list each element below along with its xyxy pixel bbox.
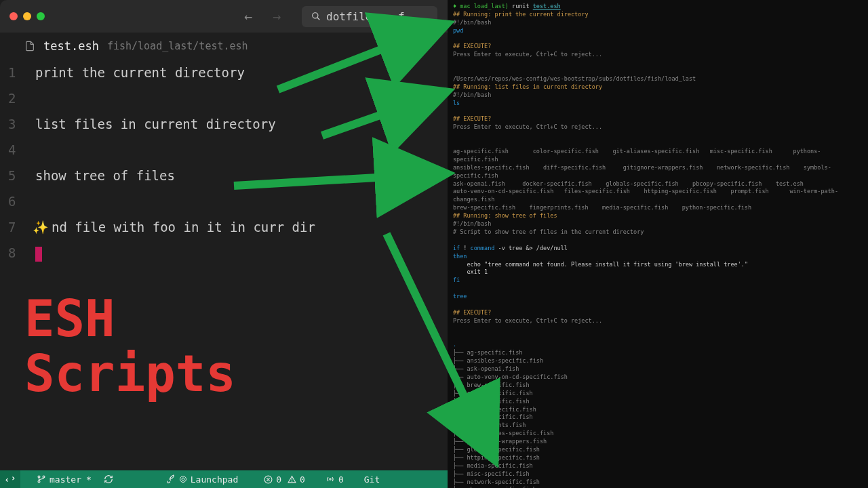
svg-point-12 [330, 479, 331, 480]
git-branch[interactable]: master * [37, 474, 92, 485]
terminal-line: ├── git-aliases-specific.fish [453, 430, 863, 438]
tab-path: fish/load_last/test.esh [107, 40, 248, 52]
svg-line-1 [317, 18, 320, 20]
terminal-line: ├── httping-specific.fish [453, 454, 863, 462]
remote-indicator[interactable] [0, 470, 20, 488]
sync-icon [104, 474, 113, 484]
terminal-line [453, 285, 863, 293]
port-count: 0 [338, 474, 344, 485]
code-editor[interactable]: 1print the current directory23list files… [0, 60, 448, 470]
terminal-line: #!/bin/bash [453, 19, 863, 27]
nav-forward-icon[interactable]: → [273, 8, 281, 24]
terminal-line: ## Running: list files in current direct… [453, 83, 863, 92]
maximize-icon[interactable] [37, 12, 45, 20]
svg-point-3 [38, 481, 40, 483]
svg-point-2 [38, 476, 40, 478]
code-line[interactable]: 6 [8, 188, 448, 214]
code-text: list files in current directory [35, 111, 276, 137]
terminal-line: . [453, 341, 863, 349]
error-icon [264, 475, 273, 484]
warning-icon [288, 475, 296, 484]
terminal-line: ├── auto-venv-on-cd-specific.fish [453, 373, 863, 382]
svg-point-0 [313, 13, 318, 18]
terminal-line [453, 59, 863, 67]
terminal-line: Press Enter to execute, Ctrl+C to reject… [453, 317, 863, 325]
terminal-line: fi [453, 277, 863, 285]
status-bar: master * Launchpad 0 0 0 Git [0, 470, 448, 488]
error-count: 0 [276, 474, 281, 485]
terminal-line: ## Running: show tree of files [453, 212, 863, 220]
line-number: 5 [8, 163, 35, 188]
nav-back-icon[interactable]: ← [244, 8, 252, 24]
terminal-line: ├── ansibles-specific.fish [453, 357, 863, 365]
terminal-line: ├── ag-specific.fish [453, 349, 863, 357]
terminal-line: ## Running: print the current directory [453, 11, 863, 19]
terminal-line: ask-openai.fish docker-specific.fish glo… [453, 180, 863, 188]
titlebar: ← → dotfiles — f [0, 0, 448, 33]
terminal-line [453, 333, 863, 342]
terminal-line: # Script to show tree of files in the cu… [453, 228, 863, 237]
terminal-line: auto-venv-on-cd-specific.fish files-spec… [453, 188, 863, 204]
search-icon [311, 12, 321, 21]
code-text: print the current directory [35, 60, 245, 85]
terminal-line [453, 140, 863, 148]
terminal-line: ├── ask-openai.fish [453, 365, 863, 373]
sync-button[interactable] [104, 474, 113, 484]
terminal-output[interactable]: ♦ mac load_last) runit test.esh## Runnin… [448, 0, 868, 488]
terminal-line: ├── fingerprints.fish [453, 422, 863, 430]
terminal-line: exit 1 [453, 268, 863, 277]
breadcrumb: test.esh fish/load_last/test.esh [0, 33, 448, 60]
terminal-line: ├── brew-specific.fish [453, 382, 863, 390]
terminal-line [453, 108, 863, 116]
launchpad-button[interactable]: Launchpad [166, 474, 238, 485]
code-line[interactable]: 3list files in current directory [8, 111, 448, 137]
terminal-line: ├── misc-specific.fish [453, 470, 863, 479]
terminal-line: #!/bin/bash [453, 220, 863, 228]
code-line[interactable]: 2 [8, 85, 448, 111]
window-controls [9, 12, 45, 20]
line-number: 4 [8, 137, 35, 163]
line-number: 3 [8, 111, 35, 137]
branch-icon [37, 474, 46, 484]
terminal-line: ## EXECUTE? [453, 43, 863, 51]
terminal-line: ├── docker-specific.fish [453, 406, 863, 414]
terminal-line: ## EXECUTE? [453, 115, 863, 123]
terminal-line: ├── network-specific.fish [453, 479, 863, 487]
terminal-line: ├── color-specific.fish [453, 390, 863, 398]
terminal-line: ├── globals-specific.fish [453, 446, 863, 454]
problems-button[interactable]: 0 0 [264, 474, 305, 485]
terminal-line: echo "tree command not found. Please ins… [453, 261, 863, 269]
terminal-line: ├── media-specific.fish [453, 462, 863, 470]
close-icon[interactable] [9, 12, 18, 20]
code-text: show tree of files [35, 163, 175, 188]
svg-point-11 [292, 481, 292, 481]
terminal-line: ls [453, 100, 863, 108]
tab-filename[interactable]: test.esh [43, 39, 99, 53]
terminal-line: ├── files-specific.fish [453, 413, 863, 422]
terminal-line: Press Enter to execute, Ctrl+C to reject… [453, 51, 863, 59]
branch-name: master [50, 474, 81, 485]
code-line[interactable]: 5show tree of files [8, 163, 448, 188]
warning-count: 0 [300, 474, 305, 485]
git-status[interactable]: Git [364, 474, 380, 485]
terminal-line: #!/bin/bash [453, 92, 863, 100]
terminal-line [453, 35, 863, 43]
code-line[interactable]: 4 [8, 137, 448, 163]
minimize-icon[interactable] [23, 12, 31, 20]
code-line[interactable]: 8 [8, 240, 448, 266]
terminal-line [453, 67, 863, 75]
code-line[interactable]: 1print the current directory [8, 60, 448, 85]
svg-point-6 [182, 478, 184, 481]
code-text [35, 240, 42, 266]
code-line[interactable]: 7✨nd file with foo in it in curr dir [8, 214, 448, 240]
terminal-line: ansibles-specific.fish diff-specific.fis… [453, 164, 863, 180]
terminal-line: /Users/wes/repos/wes-config/wes-bootstra… [453, 75, 863, 83]
ports-button[interactable]: 0 [326, 474, 344, 485]
svg-point-5 [180, 476, 186, 483]
line-number: 2 [8, 85, 35, 111]
launchpad-label: Launchpad [191, 474, 238, 485]
terminal-line [453, 131, 863, 140]
command-center[interactable]: dotfiles — f [302, 6, 437, 27]
svg-point-4 [43, 476, 45, 478]
line-number: 8 [8, 240, 35, 266]
